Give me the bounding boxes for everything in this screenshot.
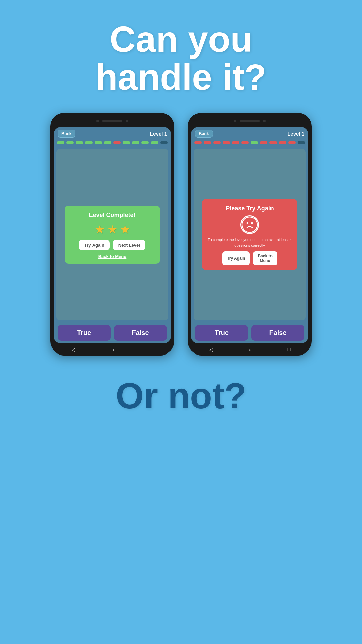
fail-buttons: Try Again Back to Menu bbox=[222, 251, 277, 265]
phone-right-back-btn[interactable]: Back bbox=[195, 130, 213, 138]
dot-l-6 bbox=[104, 141, 111, 144]
phone-left-camera bbox=[96, 120, 99, 122]
dot-r-2 bbox=[204, 141, 211, 144]
phone-left-header: Back Level 1 bbox=[54, 127, 171, 140]
star-2: ★ bbox=[107, 223, 117, 236]
phone-left-screen: Back Level 1 Level Comp bbox=[54, 127, 171, 343]
phone-right-header: Back Level 1 bbox=[191, 127, 308, 140]
next-level-button[interactable]: Next Level bbox=[113, 240, 145, 250]
dot-r-6 bbox=[241, 141, 249, 144]
phone-left-nav: ◁ ○ □ bbox=[54, 343, 171, 356]
nav-square-icon-left[interactable]: □ bbox=[150, 347, 153, 352]
phone-right-question-area: Please Try Again To complete the level y… bbox=[194, 149, 306, 320]
dot-r-10 bbox=[279, 141, 286, 144]
svg-point-2 bbox=[251, 222, 253, 224]
success-buttons: Try Again Next Level bbox=[79, 240, 145, 250]
dot-l-12 bbox=[160, 141, 168, 144]
phone-left-speaker bbox=[102, 120, 122, 122]
try-again-button-left[interactable]: Try Again bbox=[79, 240, 110, 250]
phone-left-progress bbox=[54, 140, 171, 147]
try-again-button-right[interactable]: Try Again bbox=[222, 251, 250, 265]
success-title: Level Complete! bbox=[89, 212, 135, 219]
dot-l-11 bbox=[151, 141, 158, 144]
fail-title: Please Try Again bbox=[226, 205, 274, 212]
nav-home-icon-right[interactable]: ○ bbox=[249, 347, 251, 352]
nav-back-icon-right[interactable]: ◁ bbox=[209, 347, 213, 352]
dot-l-7 bbox=[113, 141, 121, 144]
false-button-left[interactable]: False bbox=[114, 325, 167, 341]
dot-l-3 bbox=[76, 141, 83, 144]
phone-right-top-bar bbox=[191, 116, 308, 126]
bottom-headline: Or not? bbox=[116, 375, 246, 417]
phone-left: Back Level 1 Level Comp bbox=[50, 113, 174, 355]
svg-point-0 bbox=[242, 217, 257, 232]
back-to-menu-button-left[interactable]: Back to Menu bbox=[98, 254, 127, 259]
nav-home-icon-left[interactable]: ○ bbox=[111, 347, 114, 352]
phone-left-back-btn[interactable]: Back bbox=[58, 130, 75, 138]
phone-right-tf-row: True False bbox=[191, 322, 308, 343]
success-popup: Level Complete! ★ ★ ★ Try Again Next Lev… bbox=[65, 206, 160, 264]
star-3: ★ bbox=[120, 223, 130, 236]
dot-r-7 bbox=[251, 141, 258, 144]
phone-right-level-label: Level 1 bbox=[287, 131, 304, 137]
fail-popup: Please Try Again To complete the level y… bbox=[202, 199, 297, 270]
dot-l-9 bbox=[132, 141, 139, 144]
sad-face-svg bbox=[241, 216, 258, 233]
false-button-right[interactable]: False bbox=[251, 325, 304, 341]
dot-r-9 bbox=[269, 141, 277, 144]
true-button-left[interactable]: True bbox=[58, 325, 111, 341]
phone-left-top-bar bbox=[54, 116, 171, 126]
dot-l-4 bbox=[85, 141, 93, 144]
true-button-right[interactable]: True bbox=[195, 325, 248, 341]
nav-back-icon-left[interactable]: ◁ bbox=[72, 347, 75, 352]
dot-r-4 bbox=[223, 141, 230, 144]
phone-right-screen: Back Level 1 Please Try bbox=[191, 127, 308, 343]
phone-right-speaker bbox=[240, 120, 260, 122]
stars-row: ★ ★ ★ bbox=[95, 223, 130, 236]
dot-l-1 bbox=[57, 141, 64, 144]
dot-r-1 bbox=[194, 141, 202, 144]
star-1: ★ bbox=[95, 223, 105, 236]
phone-left-tf-row: True False bbox=[54, 322, 171, 343]
phone-right: Back Level 1 Please Try bbox=[188, 113, 312, 355]
dot-r-5 bbox=[232, 141, 239, 144]
svg-point-1 bbox=[246, 222, 248, 224]
phones-row: Back Level 1 Level Comp bbox=[0, 113, 362, 355]
dot-l-10 bbox=[141, 141, 149, 144]
fail-message: To complete the level you need to answer… bbox=[207, 237, 293, 248]
phone-right-nav: ◁ ○ □ bbox=[191, 343, 308, 356]
dot-l-8 bbox=[123, 141, 130, 144]
phone-right-camera2 bbox=[263, 120, 266, 122]
dot-r-12 bbox=[298, 141, 305, 144]
dot-r-8 bbox=[260, 141, 267, 144]
phone-right-camera bbox=[234, 120, 236, 122]
dot-r-11 bbox=[288, 141, 296, 144]
phone-left-level-label: Level 1 bbox=[150, 131, 167, 137]
dot-l-2 bbox=[66, 141, 74, 144]
main-headline: Can youhandle it? bbox=[96, 20, 266, 96]
phone-left-question-area: Level Complete! ★ ★ ★ Try Again Next Lev… bbox=[56, 149, 168, 320]
dot-r-3 bbox=[213, 141, 221, 144]
phone-right-progress bbox=[191, 140, 308, 147]
dot-l-5 bbox=[95, 141, 102, 144]
phone-left-camera2 bbox=[126, 120, 128, 122]
back-to-menu-button-right[interactable]: Back to Menu bbox=[253, 251, 277, 265]
nav-square-icon-right[interactable]: □ bbox=[288, 347, 290, 352]
sad-face-icon bbox=[240, 215, 259, 234]
